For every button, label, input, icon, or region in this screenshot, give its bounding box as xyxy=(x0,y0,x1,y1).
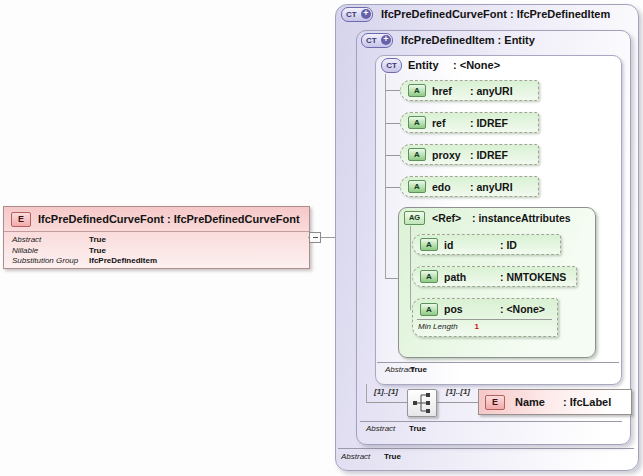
expand-plus-icon[interactable]: + xyxy=(381,35,391,45)
attribute-name: proxy xyxy=(432,149,470,161)
attribute-row-href[interactable]: A href : anyURI xyxy=(400,80,539,101)
collapse-handle-icon[interactable] xyxy=(309,232,321,243)
tree-line xyxy=(385,155,400,156)
property-value: True xyxy=(89,246,106,257)
entity-footer-divider xyxy=(377,362,619,363)
entity-base-type: : <None> xyxy=(453,59,500,71)
entity-title: CT Entity : <None> xyxy=(381,57,500,73)
attribute-badge: A xyxy=(420,270,438,283)
tree-line xyxy=(410,226,411,310)
compositor-glyph xyxy=(409,391,435,415)
property-label: Substitution Group xyxy=(12,256,89,267)
attribute-group-type: : instanceAttributes xyxy=(472,212,571,224)
abstract-value: True xyxy=(409,424,426,433)
tree-line xyxy=(385,187,400,188)
entity-name: Entity xyxy=(408,59,453,71)
property-value: IfcPreDefinedItem xyxy=(89,256,157,267)
badge-label: CT xyxy=(386,61,397,70)
property-row-substitution-group: Substitution Group IfcPreDefinedItem xyxy=(12,256,309,267)
attribute-badge: A xyxy=(408,116,426,129)
complextype-badge: CT xyxy=(381,58,402,73)
attribute-row-edo[interactable]: A edo : anyURI xyxy=(400,176,539,197)
name-element-type: : IfcLabel xyxy=(563,396,611,408)
attribute-type: : NMTOKENS xyxy=(500,271,566,283)
attribute-group-title: AG <Ref> : instanceAttributes xyxy=(404,210,571,225)
attribute-badge: A xyxy=(408,148,426,161)
minus-icon xyxy=(313,237,318,238)
abstract-value: True xyxy=(384,452,401,461)
attribute-type: : anyURI xyxy=(470,85,513,97)
outer-footer-divider xyxy=(338,448,634,449)
attribute-type: : IDREF xyxy=(470,117,508,129)
element-badge: E xyxy=(485,395,505,410)
outer-abstract-row: Abstract True xyxy=(341,452,401,461)
attribute-row-path[interactable]: A path : NMTOKENS xyxy=(412,266,577,287)
element-box-header: E IfcPreDefinedCurveFont : IfcPreDefined… xyxy=(4,207,309,232)
outer-type-title-text: IfcPreDefinedCurveFont : IfcPreDefinedIt… xyxy=(381,8,610,20)
schema-diagram: E IfcPreDefinedCurveFont : IfcPreDefined… xyxy=(0,0,643,476)
attribute-group-name: <Ref> xyxy=(432,212,472,224)
attribute-badge: A xyxy=(408,180,426,193)
attribute-row-id[interactable]: A id : ID xyxy=(412,234,561,255)
property-row-nillable: Nillable True xyxy=(12,246,309,257)
sequence-compositor-icon[interactable] xyxy=(407,389,437,417)
attribute-badge: A xyxy=(420,303,438,316)
base-footer-divider xyxy=(360,421,622,422)
cardinality-label-right: [1]..[1] xyxy=(446,387,470,396)
attribute-badge: A xyxy=(408,84,426,97)
abstract-value: True xyxy=(410,365,427,374)
attribute-line: A pos : <None> xyxy=(413,299,557,319)
attribute-type: : ID xyxy=(500,239,517,251)
tree-line xyxy=(366,384,367,403)
attribute-name: ref xyxy=(432,117,470,129)
property-row-abstract: Abstract True xyxy=(12,235,309,246)
tree-line xyxy=(385,123,400,124)
facet-value: 1 xyxy=(475,322,479,331)
property-label: Abstract xyxy=(12,235,89,246)
attribute-type: : IDREF xyxy=(470,149,508,161)
outer-type-title: CT + IfcPreDefinedCurveFont : IfcPreDefi… xyxy=(341,6,610,22)
element-properties: Abstract True Nillable True Substitution… xyxy=(4,232,309,267)
cardinality-label-left: [1]..[1] xyxy=(374,387,398,396)
attribute-name: pos xyxy=(444,303,500,315)
attribute-badge: A xyxy=(420,238,438,251)
element-box-name[interactable]: E Name : IfcLabel xyxy=(478,389,632,415)
name-element-label: Name xyxy=(515,396,563,408)
attribute-type: : <None> xyxy=(500,303,545,315)
attribute-type: : anyURI xyxy=(470,181,513,193)
attribute-row-proxy[interactable]: A proxy : IDREF xyxy=(400,144,539,165)
complextype-badge: CT + xyxy=(341,7,373,22)
tree-line xyxy=(385,90,400,91)
facet-min-length: Min Length 1 xyxy=(417,319,552,331)
abstract-label: Abstract xyxy=(366,424,409,433)
attribute-name: href xyxy=(432,85,470,97)
tree-line xyxy=(385,278,398,279)
tree-line xyxy=(385,74,386,278)
base-abstract-row: Abstract True xyxy=(366,424,426,433)
property-label: Nillable xyxy=(12,246,89,257)
badge-label: CT xyxy=(346,10,357,19)
element-badge: E xyxy=(11,212,31,227)
element-box-ifcpredefinedcurvefont[interactable]: E IfcPreDefinedCurveFont : IfcPreDefined… xyxy=(3,206,310,269)
abstract-label: Abstract xyxy=(385,365,410,374)
complextype-badge: CT + xyxy=(361,33,393,48)
attribute-name: path xyxy=(444,271,500,283)
property-value: True xyxy=(89,235,106,246)
facet-label: Min Length xyxy=(418,322,458,331)
abstract-label: Abstract xyxy=(341,452,384,461)
attribute-group-badge: AG xyxy=(404,211,425,225)
base-type-title: CT + IfcPreDefinedItem : Entity xyxy=(361,32,535,48)
badge-label: CT xyxy=(366,36,377,45)
element-box-title: IfcPreDefinedCurveFont : IfcPreDefinedCu… xyxy=(38,213,300,225)
attribute-name: id xyxy=(444,239,500,251)
attribute-name: edo xyxy=(432,181,470,193)
expand-plus-icon[interactable]: + xyxy=(361,9,371,19)
attribute-row-ref[interactable]: A ref : IDREF xyxy=(400,112,539,133)
base-type-title-text: IfcPreDefinedItem : Entity xyxy=(401,34,535,46)
attribute-row-pos[interactable]: A pos : <None> Min Length 1 xyxy=(412,298,558,337)
entity-abstract-row: Abstract True xyxy=(385,365,427,374)
